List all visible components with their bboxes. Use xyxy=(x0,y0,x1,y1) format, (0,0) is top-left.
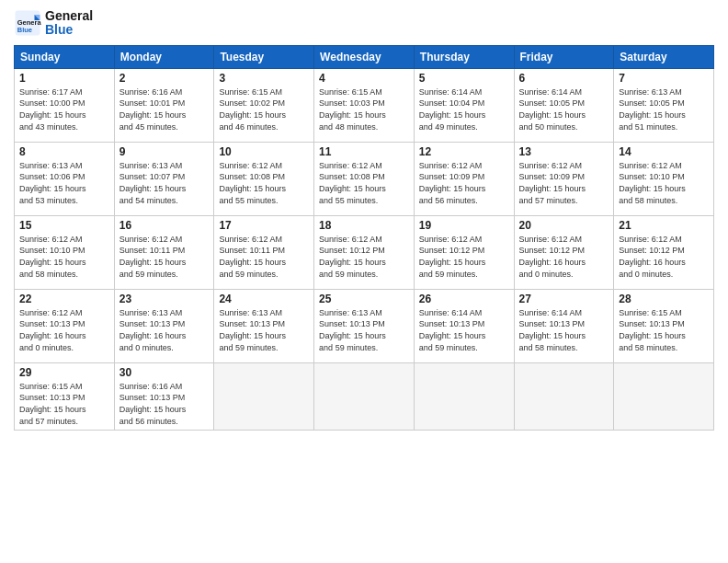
day-info: Sunrise: 6:15 AM Sunset: 10:03 PM Daylig… xyxy=(319,86,409,132)
day-number: 12 xyxy=(419,145,509,158)
calendar-cell: 21Sunrise: 6:12 AM Sunset: 10:12 PM Dayl… xyxy=(614,215,714,289)
day-info: Sunrise: 6:16 AM Sunset: 10:01 PM Daylig… xyxy=(119,86,210,132)
weekday-header-sunday: Sunday xyxy=(15,45,115,68)
day-number: 13 xyxy=(519,145,609,158)
day-info: Sunrise: 6:12 AM Sunset: 10:08 PM Daylig… xyxy=(319,160,409,206)
calendar-cell: 15Sunrise: 6:12 AM Sunset: 10:10 PM Dayl… xyxy=(15,215,115,289)
day-number: 1 xyxy=(19,72,109,85)
week-row-2: 8Sunrise: 6:13 AM Sunset: 10:06 PM Dayli… xyxy=(15,142,714,215)
calendar-cell: 25Sunrise: 6:13 AM Sunset: 10:13 PM Dayl… xyxy=(314,289,415,362)
day-number: 25 xyxy=(319,293,409,305)
day-info: Sunrise: 6:12 AM Sunset: 10:12 PM Daylig… xyxy=(319,234,409,280)
day-info: Sunrise: 6:12 AM Sunset: 10:10 PM Daylig… xyxy=(19,234,109,280)
day-info: Sunrise: 6:12 AM Sunset: 10:12 PM Daylig… xyxy=(519,234,609,280)
calendar-cell: 7Sunrise: 6:13 AM Sunset: 10:05 PM Dayli… xyxy=(614,68,714,142)
calendar-cell: 22Sunrise: 6:12 AM Sunset: 10:13 PM Dayl… xyxy=(15,289,115,362)
day-number: 29 xyxy=(19,366,109,379)
calendar-cell: 3Sunrise: 6:15 AM Sunset: 10:02 PM Dayli… xyxy=(214,68,314,142)
calendar-cell: 18Sunrise: 6:12 AM Sunset: 10:12 PM Dayl… xyxy=(314,215,415,289)
weekday-header-wednesday: Wednesday xyxy=(314,45,415,68)
weekday-header-thursday: Thursday xyxy=(414,45,514,68)
day-info: Sunrise: 6:12 AM Sunset: 10:10 PM Daylig… xyxy=(619,160,709,206)
day-info: Sunrise: 6:13 AM Sunset: 10:07 PM Daylig… xyxy=(119,160,210,206)
svg-text:Blue: Blue xyxy=(17,26,32,34)
day-info: Sunrise: 6:12 AM Sunset: 10:09 PM Daylig… xyxy=(419,160,509,206)
day-number: 8 xyxy=(19,145,109,158)
calendar-cell: 20Sunrise: 6:12 AM Sunset: 10:12 PM Dayl… xyxy=(514,215,614,289)
week-row-3: 15Sunrise: 6:12 AM Sunset: 10:10 PM Dayl… xyxy=(15,215,714,289)
day-info: Sunrise: 6:14 AM Sunset: 10:13 PM Daylig… xyxy=(519,307,609,353)
day-number: 15 xyxy=(19,219,109,232)
calendar-cell: 6Sunrise: 6:14 AM Sunset: 10:05 PM Dayli… xyxy=(514,68,614,142)
logo-text: General Blue xyxy=(45,9,93,38)
calendar-cell: 8Sunrise: 6:13 AM Sunset: 10:06 PM Dayli… xyxy=(15,142,115,215)
weekday-header-tuesday: Tuesday xyxy=(214,45,314,68)
calendar-cell: 16Sunrise: 6:12 AM Sunset: 10:11 PM Dayl… xyxy=(114,215,214,289)
day-number: 11 xyxy=(319,145,409,158)
calendar-cell: 12Sunrise: 6:12 AM Sunset: 10:09 PM Dayl… xyxy=(414,142,514,215)
day-number: 17 xyxy=(219,219,309,232)
calendar-cell: 10Sunrise: 6:12 AM Sunset: 10:08 PM Dayl… xyxy=(214,142,314,215)
calendar-cell xyxy=(514,362,614,430)
day-info: Sunrise: 6:12 AM Sunset: 10:11 PM Daylig… xyxy=(219,234,309,280)
day-number: 14 xyxy=(619,145,709,158)
calendar-cell: 5Sunrise: 6:14 AM Sunset: 10:04 PM Dayli… xyxy=(414,68,514,142)
day-number: 6 xyxy=(519,72,609,85)
calendar-cell: 24Sunrise: 6:13 AM Sunset: 10:13 PM Dayl… xyxy=(214,289,314,362)
calendar-cell: 1Sunrise: 6:17 AM Sunset: 10:00 PM Dayli… xyxy=(15,68,115,142)
calendar: SundayMondayTuesdayWednesdayThursdayFrid… xyxy=(14,45,714,431)
calendar-cell: 26Sunrise: 6:14 AM Sunset: 10:13 PM Dayl… xyxy=(414,289,514,362)
calendar-cell: 30Sunrise: 6:16 AM Sunset: 10:13 PM Dayl… xyxy=(114,362,214,430)
calendar-cell: 23Sunrise: 6:13 AM Sunset: 10:13 PM Dayl… xyxy=(114,289,214,362)
calendar-cell: 29Sunrise: 6:15 AM Sunset: 10:13 PM Dayl… xyxy=(15,362,115,430)
day-info: Sunrise: 6:17 AM Sunset: 10:00 PM Daylig… xyxy=(19,86,109,132)
calendar-cell: 17Sunrise: 6:12 AM Sunset: 10:11 PM Dayl… xyxy=(214,215,314,289)
header: General Blue General Blue xyxy=(14,9,714,38)
day-number: 7 xyxy=(619,72,709,85)
logo-icon: General Blue xyxy=(14,9,41,37)
calendar-cell xyxy=(314,362,415,430)
calendar-cell: 19Sunrise: 6:12 AM Sunset: 10:12 PM Dayl… xyxy=(414,215,514,289)
day-info: Sunrise: 6:12 AM Sunset: 10:11 PM Daylig… xyxy=(119,234,210,280)
day-info: Sunrise: 6:13 AM Sunset: 10:13 PM Daylig… xyxy=(219,307,309,353)
day-info: Sunrise: 6:15 AM Sunset: 10:02 PM Daylig… xyxy=(219,86,309,132)
day-info: Sunrise: 6:14 AM Sunset: 10:05 PM Daylig… xyxy=(519,86,609,132)
calendar-cell: 9Sunrise: 6:13 AM Sunset: 10:07 PM Dayli… xyxy=(114,142,214,215)
week-row-5: 29Sunrise: 6:15 AM Sunset: 10:13 PM Dayl… xyxy=(15,362,714,430)
day-number: 5 xyxy=(419,72,509,85)
day-number: 20 xyxy=(519,219,609,232)
day-number: 16 xyxy=(119,219,210,232)
day-info: Sunrise: 6:15 AM Sunset: 10:13 PM Daylig… xyxy=(19,381,109,427)
day-number: 21 xyxy=(619,219,709,232)
weekday-header-saturday: Saturday xyxy=(614,45,714,68)
calendar-cell: 2Sunrise: 6:16 AM Sunset: 10:01 PM Dayli… xyxy=(114,68,214,142)
weekday-header-monday: Monday xyxy=(114,45,214,68)
calendar-cell xyxy=(414,362,514,430)
calendar-cell: 4Sunrise: 6:15 AM Sunset: 10:03 PM Dayli… xyxy=(314,68,415,142)
day-info: Sunrise: 6:13 AM Sunset: 10:13 PM Daylig… xyxy=(319,307,409,353)
calendar-cell: 13Sunrise: 6:12 AM Sunset: 10:09 PM Dayl… xyxy=(514,142,614,215)
day-number: 10 xyxy=(219,145,309,158)
day-info: Sunrise: 6:12 AM Sunset: 10:12 PM Daylig… xyxy=(619,234,709,280)
day-info: Sunrise: 6:13 AM Sunset: 10:06 PM Daylig… xyxy=(19,160,109,206)
calendar-cell xyxy=(214,362,314,430)
weekday-header-row: SundayMondayTuesdayWednesdayThursdayFrid… xyxy=(15,45,714,68)
day-info: Sunrise: 6:12 AM Sunset: 10:08 PM Daylig… xyxy=(219,160,309,206)
day-info: Sunrise: 6:12 AM Sunset: 10:09 PM Daylig… xyxy=(519,160,609,206)
calendar-cell: 28Sunrise: 6:15 AM Sunset: 10:13 PM Dayl… xyxy=(614,289,714,362)
day-number: 23 xyxy=(119,293,210,305)
day-info: Sunrise: 6:16 AM Sunset: 10:13 PM Daylig… xyxy=(119,381,210,427)
day-number: 18 xyxy=(319,219,409,232)
logo: General Blue General Blue xyxy=(14,9,93,38)
weekday-header-friday: Friday xyxy=(514,45,614,68)
day-number: 4 xyxy=(319,72,409,85)
week-row-4: 22Sunrise: 6:12 AM Sunset: 10:13 PM Dayl… xyxy=(15,289,714,362)
day-number: 24 xyxy=(219,293,309,305)
calendar-cell: 27Sunrise: 6:14 AM Sunset: 10:13 PM Dayl… xyxy=(514,289,614,362)
day-info: Sunrise: 6:13 AM Sunset: 10:05 PM Daylig… xyxy=(619,86,709,132)
calendar-cell: 11Sunrise: 6:12 AM Sunset: 10:08 PM Dayl… xyxy=(314,142,415,215)
day-number: 3 xyxy=(219,72,309,85)
day-info: Sunrise: 6:12 AM Sunset: 10:13 PM Daylig… xyxy=(19,307,109,353)
day-info: Sunrise: 6:15 AM Sunset: 10:13 PM Daylig… xyxy=(619,307,709,353)
day-number: 28 xyxy=(619,293,709,305)
